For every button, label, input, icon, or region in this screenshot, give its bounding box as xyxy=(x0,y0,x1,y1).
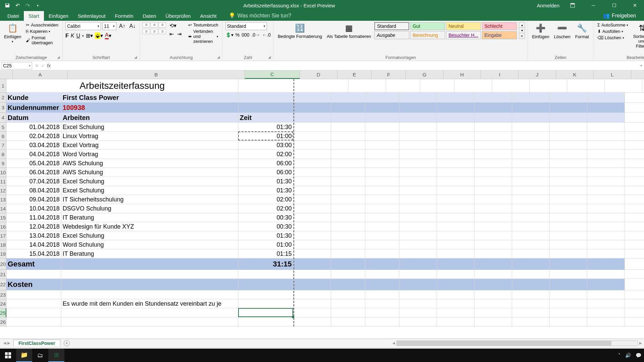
col-header-B[interactable]: B xyxy=(68,70,245,79)
tab-start[interactable]: Start xyxy=(24,11,44,21)
worksheet-grid[interactable]: ABCDEFGHIJKL 123456789101112131415161718… xyxy=(0,70,644,339)
redo-icon[interactable]: ↷ xyxy=(23,1,32,9)
cell[interactable] xyxy=(365,186,399,195)
font-name-combo[interactable]: Calibri▾ xyxy=(65,22,101,30)
cell[interactable] xyxy=(293,159,331,168)
cell[interactable] xyxy=(475,150,512,159)
cell[interactable]: 04.04.2018 xyxy=(6,150,61,159)
cell[interactable] xyxy=(550,308,587,317)
cell[interactable] xyxy=(550,132,587,141)
cell[interactable] xyxy=(365,270,399,279)
cell[interactable] xyxy=(437,308,475,317)
cell[interactable] xyxy=(437,258,475,270)
cell[interactable]: IT Beratung xyxy=(61,213,238,222)
cell[interactable] xyxy=(475,123,512,132)
cell[interactable] xyxy=(348,79,386,93)
cell[interactable] xyxy=(437,132,475,141)
row-header-18[interactable]: 18 xyxy=(0,240,6,249)
cell[interactable] xyxy=(238,299,293,308)
tab-review[interactable]: Überprüfen xyxy=(161,11,196,21)
cell[interactable]: 09.04.2018 xyxy=(6,195,61,204)
cell[interactable] xyxy=(550,317,587,326)
row-header-6[interactable]: 6 xyxy=(0,132,6,141)
tray-volume-icon[interactable]: 🔊 xyxy=(625,353,631,358)
dialog-launcher-icon[interactable]: ◢ xyxy=(134,55,137,59)
cell[interactable] xyxy=(365,168,399,177)
cell[interactable]: 13.04.2018 xyxy=(6,231,61,240)
cell[interactable] xyxy=(293,195,331,204)
cell[interactable]: Excel Schulung xyxy=(61,177,238,186)
row-header-7[interactable]: 7 xyxy=(0,141,6,150)
cell[interactable] xyxy=(6,317,61,326)
format-cells-button[interactable]: 🔧Format xyxy=(574,22,590,40)
cell[interactable] xyxy=(475,240,512,249)
sign-in-link[interactable]: Anmelden xyxy=(537,3,559,8)
cell[interactable] xyxy=(238,290,293,299)
cell[interactable] xyxy=(399,132,437,141)
row-header-15[interactable]: 15 xyxy=(0,213,6,222)
fx-icon[interactable]: fx xyxy=(47,63,51,68)
cell[interactable] xyxy=(530,79,567,93)
cell[interactable] xyxy=(437,123,475,132)
cell[interactable] xyxy=(550,279,587,290)
insert-cells-button[interactable]: ➕Einfügen xyxy=(531,22,550,40)
cell[interactable] xyxy=(331,317,365,326)
cell[interactable] xyxy=(475,113,512,123)
cell[interactable] xyxy=(550,141,587,150)
cell[interactable] xyxy=(238,308,293,317)
fill-color-button[interactable]: ⬙▾ xyxy=(95,33,103,39)
cell[interactable]: 00:30 xyxy=(238,213,293,222)
cell[interactable] xyxy=(293,222,331,231)
cell[interactable] xyxy=(437,279,475,290)
cell[interactable] xyxy=(331,249,365,258)
cut-button[interactable]: ✂Ausschneiden xyxy=(24,22,60,28)
cell[interactable] xyxy=(550,150,587,159)
cell[interactable]: Arbeitszeiterfassung xyxy=(6,79,238,93)
cell[interactable] xyxy=(587,195,625,204)
cell[interactable] xyxy=(512,222,550,231)
cell[interactable] xyxy=(420,79,454,93)
cell[interactable] xyxy=(399,231,437,240)
cell[interactable] xyxy=(293,290,331,299)
dialog-launcher-icon[interactable]: ◢ xyxy=(268,55,271,59)
row-header-5[interactable]: 5 xyxy=(0,123,6,132)
cell[interactable] xyxy=(587,249,625,258)
horizontal-align-buttons[interactable]: ≡≡≡ xyxy=(143,29,166,34)
enter-formula-icon[interactable]: ✓ xyxy=(41,63,45,68)
cell[interactable] xyxy=(293,141,331,150)
cell[interactable] xyxy=(587,177,625,186)
col-header-C[interactable]: C xyxy=(245,70,300,79)
tab-layout[interactable]: Seitenlayout xyxy=(73,11,110,21)
row-header-24[interactable]: 24 xyxy=(0,299,6,308)
cell[interactable] xyxy=(475,249,512,258)
wrap-text-button[interactable]: ↩Textumbruch xyxy=(187,22,219,28)
currency-button[interactable]: 💲▾ xyxy=(225,32,233,38)
cancel-formula-icon[interactable]: ✕ xyxy=(35,63,39,68)
cell[interactable] xyxy=(437,103,475,113)
dialog-launcher-icon[interactable]: ◢ xyxy=(217,55,220,59)
cell[interactable] xyxy=(293,150,331,159)
cell[interactable] xyxy=(365,204,399,213)
cell[interactable] xyxy=(365,222,399,231)
cell[interactable] xyxy=(437,249,475,258)
row-header-14[interactable]: 14 xyxy=(0,204,6,213)
cell[interactable] xyxy=(365,123,399,132)
cell[interactable]: 06.04.2018 xyxy=(6,168,61,177)
cell[interactable] xyxy=(512,213,550,222)
cell[interactable] xyxy=(399,177,437,186)
cell[interactable]: 06:00 xyxy=(238,168,293,177)
cell[interactable] xyxy=(293,270,331,279)
cell[interactable] xyxy=(512,103,550,113)
cell[interactable] xyxy=(399,317,437,326)
cell[interactable] xyxy=(475,159,512,168)
row-header-10[interactable]: 10 xyxy=(0,168,6,177)
style-neutral[interactable]: Neutral xyxy=(446,22,481,30)
cell[interactable] xyxy=(587,186,625,195)
sheet-tab[interactable]: FirstClassPower xyxy=(13,340,60,347)
cell[interactable] xyxy=(331,240,365,249)
cell[interactable] xyxy=(331,103,365,113)
cell[interactable] xyxy=(475,317,512,326)
cell[interactable] xyxy=(587,308,625,317)
style-gut[interactable]: Gut xyxy=(410,22,445,30)
row-header-3[interactable]: 3 xyxy=(0,103,6,113)
